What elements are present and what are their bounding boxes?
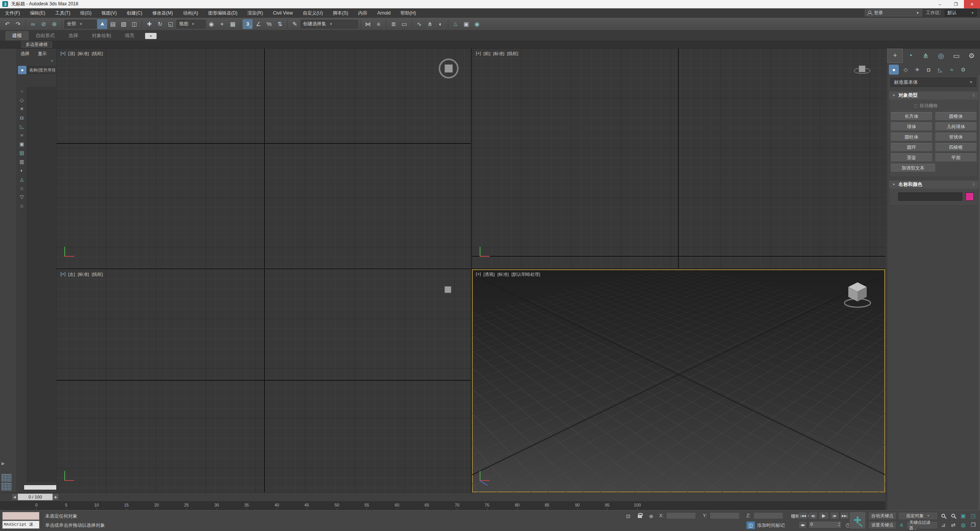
menu-rendering[interactable]: 渲染(R) [242, 8, 268, 18]
panel-scrollbar[interactable] [978, 75, 980, 510]
filter-icon[interactable]: ▽ [20, 194, 24, 200]
expand-arrow-icon[interactable]: ▶ [2, 461, 5, 466]
mirror-icon[interactable]: ⋈ [363, 19, 373, 29]
material-editor-icon[interactable]: ◐ [436, 19, 446, 29]
viewport-perspective-active[interactable]: [+] [透视] [标准] [默认明暗处理] [472, 269, 885, 492]
viewport-shading-menu[interactable]: [线框] [91, 51, 103, 57]
display-layers-icon[interactable]: ▥ [20, 159, 24, 165]
schematic-view-icon[interactable]: ⋔ [425, 19, 435, 29]
previous-frame-button[interactable]: ◀|| [808, 512, 818, 520]
ribbon-tab-modeling[interactable]: 建模 [5, 31, 29, 41]
plane-button[interactable]: 平面 [935, 153, 977, 162]
tube-button[interactable]: 管状体 [935, 133, 977, 141]
ribbon-display-dropdown[interactable]: ▾ [145, 33, 157, 39]
viewport-standard-menu[interactable]: [标准] [493, 51, 504, 57]
go-to-start-button[interactable]: |◀◀ [799, 512, 808, 520]
tab-motion[interactable]: ◎ [933, 49, 949, 63]
align-icon[interactable]: ≡ [374, 19, 384, 29]
scrollbar-thumb[interactable] [24, 485, 56, 490]
undo-icon[interactable]: ↶ [2, 19, 12, 29]
textplus-button[interactable]: 加强型文本 [891, 164, 935, 172]
play-button[interactable]: ▶ [818, 512, 829, 520]
display-geometry-icon[interactable]: ● [18, 66, 26, 74]
time-slider-handle[interactable]: ◀ 0 / 100 ▶ [11, 494, 59, 500]
menu-create[interactable]: 创建(C) [122, 8, 147, 18]
keyboard-override-icon[interactable]: ▦ [228, 19, 238, 29]
sort-header[interactable]: 名称(按升序排 [28, 66, 56, 74]
workspace-select[interactable]: 默认 ▼ [945, 9, 977, 16]
prev-frame-arrow[interactable]: ◀ [11, 494, 18, 500]
time-slider-track[interactable]: ◀ 0 / 100 ▶ [0, 492, 885, 501]
viewcube[interactable] [439, 59, 459, 78]
current-frame-field[interactable]: 0 ▲▼ [808, 521, 841, 528]
viewport-pov-menu[interactable]: [左] [68, 272, 75, 277]
explorer-tab-display[interactable]: 显示 [38, 51, 47, 57]
ribbon-tab-freeform[interactable]: 自由形式 [29, 31, 62, 41]
key-mode-dropdown[interactable]: 选定对象 ▼ [898, 512, 938, 520]
viewport-shading-menu[interactable]: [线框] [507, 51, 518, 57]
display-cameras-icon[interactable]: ◘ [20, 115, 23, 121]
z-coord-field[interactable] [753, 512, 783, 519]
viewport-left[interactable]: [+] [左] [标准] [线框] [57, 269, 471, 492]
curve-editor-icon[interactable]: ∿ [414, 19, 424, 29]
viewport-general-menu[interactable]: [+] [60, 272, 65, 277]
maxscript-mini-listener[interactable]: MAXScript 迷 [2, 521, 39, 529]
selection-filter-dropdown[interactable]: 全部 ▼ [64, 20, 96, 28]
set-keys-button[interactable]: ✚ [849, 511, 866, 529]
torus-button[interactable]: 圆环 [891, 143, 932, 151]
next-frame-button[interactable]: ||▶ [830, 512, 839, 520]
viewport-shading-menu[interactable]: [线框] [91, 272, 103, 277]
menu-arnold[interactable]: Arnold [372, 8, 395, 18]
zoom-icon[interactable] [939, 511, 948, 520]
explorer-list[interactable] [27, 87, 56, 482]
viewcube[interactable] [439, 284, 456, 297]
cameras-category-icon[interactable]: ◘ [924, 65, 933, 74]
go-to-end-button[interactable]: ▶▶| [840, 512, 849, 520]
explorer-tab-select[interactable]: 选择 [21, 51, 29, 57]
menu-group[interactable]: 组(G) [75, 8, 96, 18]
viewport-standard-menu[interactable]: [标准] [78, 272, 89, 277]
bind-spacewarp-icon[interactable]: ⊕ [49, 19, 59, 29]
display-shapes-icon[interactable]: ◇ [20, 97, 24, 103]
maximize-viewport-icon[interactable]: ❒ [969, 521, 978, 529]
next-frame-arrow[interactable]: ▶ [53, 494, 59, 500]
select-by-name-icon[interactable]: ▤ [108, 19, 118, 29]
cylinder-button[interactable]: 圆柱体 [891, 133, 932, 141]
field-of-view-icon[interactable]: ⊿ [939, 521, 948, 529]
unlink-icon[interactable]: ⊘ [39, 19, 49, 29]
viewport-pov-menu[interactable]: [前] [483, 51, 490, 57]
spacewarps-category-icon[interactable]: ≈ [947, 65, 956, 74]
zoom-extents-icon[interactable]: ▣ [959, 511, 968, 520]
viewport-standard-menu[interactable]: [标准] [498, 272, 509, 277]
menu-edit[interactable]: 编辑(E) [25, 8, 50, 18]
viewport-layout-tabs[interactable] [2, 474, 11, 490]
maxscript-output-field[interactable] [2, 512, 39, 520]
render-setup-icon[interactable]: ♨ [451, 19, 461, 29]
object-type-rollout-header[interactable]: ▼ 对象类型 ⠿ [889, 91, 978, 99]
geometry-category-icon[interactable]: ● [889, 65, 899, 75]
helpers-category-icon[interactable]: ◺ [936, 65, 945, 74]
key-step-toggle[interactable]: ◀▶ [799, 521, 807, 529]
key-pose-icon[interactable]: ⋔ [897, 521, 906, 529]
viewcube[interactable] [841, 278, 874, 311]
autogrid-checkbox[interactable]: □ 自动栅格 [914, 103, 978, 109]
viewport-pov-menu[interactable]: [顶] [68, 51, 75, 57]
selection-lock-icon[interactable] [635, 511, 644, 519]
close-button[interactable]: ✕ [964, 0, 980, 8]
layer-manager-icon[interactable]: ≣ [389, 19, 399, 29]
absolute-offset-mode-icon[interactable]: ⊕ [647, 512, 655, 520]
select-move-icon[interactable]: ✚ [144, 19, 154, 29]
cone-button[interactable]: 圆锥体 [935, 112, 977, 121]
reference-coordinate-dropdown[interactable]: 视图 ▼ [176, 20, 206, 28]
select-scale-icon[interactable]: ◱ [166, 19, 176, 29]
viewport-general-menu[interactable]: [+] [60, 51, 65, 57]
spinner-snap-icon[interactable]: ⇅ [275, 19, 285, 29]
menu-views[interactable]: 视图(V) [96, 8, 122, 18]
menu-modifiers[interactable]: 修改器(M) [147, 8, 178, 18]
zoom-extents-all-icon[interactable]: ◳ [969, 511, 978, 520]
render-production-icon[interactable]: ◉ [472, 19, 482, 29]
menu-graph-editors[interactable]: 图形编辑器(D) [203, 8, 243, 18]
ribbon-tab-object-paint[interactable]: 对象绘制 [85, 31, 118, 41]
pyramid-button[interactable]: 四棱锥 [935, 143, 977, 151]
x-coord-field[interactable] [666, 512, 696, 519]
